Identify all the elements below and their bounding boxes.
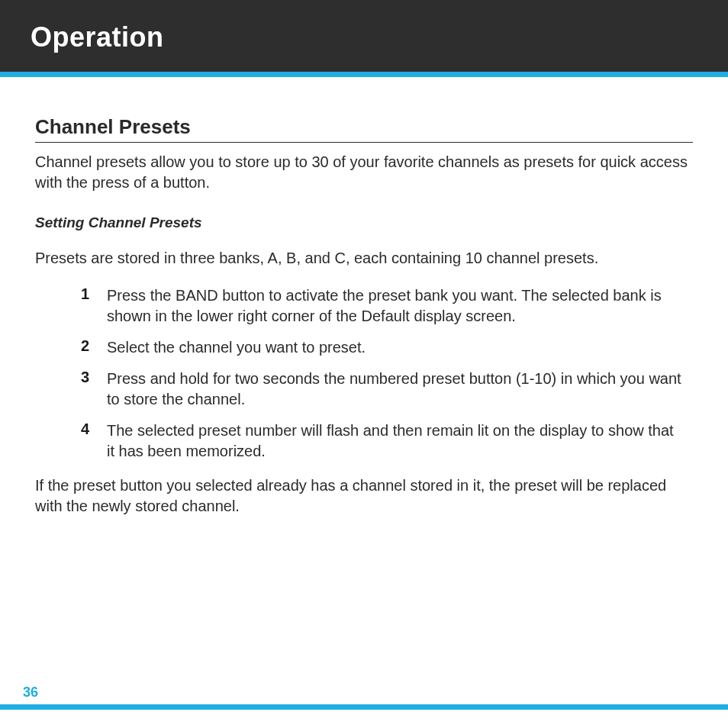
closing-paragraph: If the preset button you selected alread…	[35, 475, 693, 517]
list-item: 4 The selected preset number will flash …	[81, 420, 685, 462]
step-text: Press and hold for two seconds the numbe…	[107, 369, 685, 410]
step-number: 1	[81, 285, 107, 303]
step-text: The selected preset number will flash an…	[107, 420, 685, 462]
intro-paragraph: Channel presets allow you to store up to…	[35, 152, 693, 193]
content-area: Channel Presets Channel presets allow yo…	[0, 77, 728, 517]
list-item: 1 Press the BAND button to activate the …	[81, 285, 685, 327]
step-text: Select the channel you want to preset.	[107, 337, 366, 358]
header-band: Operation	[0, 0, 728, 72]
accent-bar-bottom	[0, 704, 728, 710]
sub-heading: Setting Channel Presets	[35, 214, 693, 231]
section-heading: Channel Presets	[35, 115, 693, 143]
lead-paragraph: Presets are stored in three banks, A, B,…	[35, 248, 693, 269]
steps-list: 1 Press the BAND button to activate the …	[35, 285, 693, 462]
step-number: 4	[81, 420, 107, 438]
list-item: 3 Press and hold for two seconds the num…	[81, 369, 685, 410]
step-number: 3	[81, 369, 107, 386]
page-number: 36	[23, 685, 43, 701]
page-title: Operation	[31, 21, 697, 53]
step-number: 2	[81, 337, 107, 355]
list-item: 2 Select the channel you want to preset.	[81, 337, 685, 358]
step-text: Press the BAND button to activate the pr…	[107, 285, 685, 327]
accent-bar-top	[0, 72, 728, 77]
